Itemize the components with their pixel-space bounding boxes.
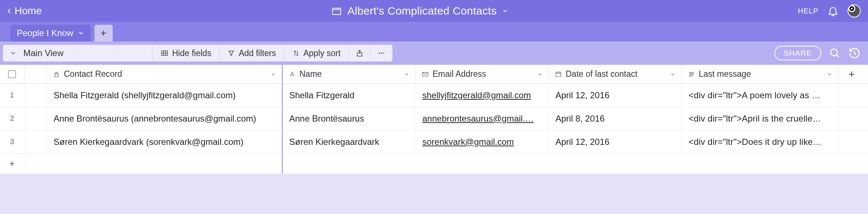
column-label: Email Address bbox=[433, 69, 486, 79]
add-table-button[interactable]: + bbox=[94, 25, 113, 41]
apply-sort-label: Apply sort bbox=[303, 48, 341, 58]
cell-date[interactable]: April 8, 2016 bbox=[549, 107, 682, 130]
cell-message[interactable]: <div dir="ltr">April is the cruelle… bbox=[682, 107, 839, 130]
top-navbar: ‹ Home Albert's Complicated Contacts HEL… bbox=[0, 0, 868, 22]
sort-icon bbox=[292, 49, 300, 57]
envelope-icon bbox=[422, 71, 429, 78]
row-number[interactable]: 2 bbox=[0, 107, 24, 130]
chevron-down-icon bbox=[270, 71, 276, 77]
table-tab-bar: People I Know + bbox=[0, 22, 868, 41]
row-number[interactable]: 3 bbox=[0, 130, 24, 153]
chevron-down-icon bbox=[827, 71, 833, 77]
add-row-button[interactable]: + bbox=[0, 158, 24, 169]
select-all-cell[interactable] bbox=[0, 65, 24, 83]
table-row: 1 Shella Fitzgerald (shellyjfitzgerald@g… bbox=[0, 84, 868, 107]
chevron-down-icon bbox=[502, 8, 508, 14]
cell-contact-record[interactable]: Anne Brontësaurus (annebrontesaurus@gmai… bbox=[47, 107, 283, 130]
cell-contact-record[interactable]: Shella Fitzgerald (shellyjfitzgerald@gma… bbox=[47, 84, 283, 107]
add-column-button[interactable]: + bbox=[839, 65, 864, 83]
ellipsis-icon bbox=[377, 49, 386, 58]
cell-name[interactable]: Søren Kierkegaardvark bbox=[283, 130, 416, 153]
svg-point-4 bbox=[381, 52, 382, 54]
cell-contact-record[interactable]: Søren Kierkegaardvark (sorenkvark@gmail.… bbox=[47, 130, 283, 153]
column-date[interactable]: Date of last contact bbox=[549, 65, 682, 83]
column-label: Name bbox=[299, 69, 322, 79]
cell-email[interactable]: shellyjfitzgerald@gmail.com bbox=[416, 84, 549, 107]
chevron-down-icon bbox=[404, 71, 410, 77]
apply-sort-button[interactable]: Apply sort bbox=[284, 45, 349, 62]
chevron-down-icon bbox=[537, 71, 543, 77]
table-row: 2 Anne Brontësaurus (annebrontesaurus@gm… bbox=[0, 107, 868, 130]
base-name: Albert's Complicated Contacts bbox=[347, 5, 497, 17]
svg-rect-9 bbox=[556, 72, 561, 77]
home-label: Home bbox=[15, 5, 42, 17]
column-label: Date of last contact bbox=[566, 69, 638, 79]
base-switcher[interactable]: Albert's Complicated Contacts bbox=[331, 5, 508, 17]
text-icon bbox=[288, 71, 296, 78]
column-name[interactable]: Name bbox=[283, 65, 416, 83]
more-options-button[interactable] bbox=[371, 45, 392, 62]
chevron-down-icon bbox=[670, 71, 676, 77]
tab-people-i-know[interactable]: People I Know bbox=[10, 25, 91, 41]
column-label: Contact Record bbox=[64, 69, 122, 79]
lock-icon bbox=[53, 71, 60, 78]
add-row[interactable]: + bbox=[0, 154, 868, 174]
top-right-controls: HELP bbox=[798, 4, 861, 17]
svg-point-3 bbox=[379, 52, 380, 54]
chevron-down-icon bbox=[9, 49, 17, 57]
expand-col-header bbox=[24, 65, 47, 83]
data-grid: Contact Record Name Email Address bbox=[0, 65, 868, 174]
view-toolbar: Main View Hide fields Add filters Apply … bbox=[0, 41, 868, 65]
folder-icon bbox=[331, 5, 342, 16]
hide-fields-button[interactable]: Hide fields bbox=[152, 45, 220, 62]
cell-message[interactable]: <div dir="ltr">Does it dry up like… bbox=[682, 130, 839, 153]
column-last-message[interactable]: Last message bbox=[682, 65, 839, 83]
svg-rect-0 bbox=[333, 8, 341, 15]
share-button[interactable]: SHARE bbox=[774, 46, 821, 60]
select-all-checkbox[interactable] bbox=[8, 70, 16, 78]
view-switcher[interactable]: Main View bbox=[3, 45, 152, 62]
chevron-down-icon bbox=[78, 30, 84, 36]
cell-message[interactable]: <div dir="ltr">A poem lovely as … bbox=[682, 84, 839, 107]
add-filters-label: Add filters bbox=[239, 48, 276, 58]
add-filters-button[interactable]: Add filters bbox=[220, 45, 284, 62]
svg-point-5 bbox=[383, 52, 384, 54]
avatar[interactable] bbox=[848, 4, 861, 17]
grid-icon bbox=[160, 49, 168, 57]
toolbar-right: SHARE bbox=[774, 46, 861, 60]
share-up-icon bbox=[356, 49, 364, 57]
search-icon[interactable] bbox=[829, 47, 841, 59]
column-email[interactable]: Email Address bbox=[416, 65, 549, 83]
cell-name[interactable]: Anne Brontësaurus bbox=[283, 107, 416, 130]
row-number[interactable]: 1 bbox=[0, 84, 24, 107]
home-link[interactable]: ‹ Home bbox=[7, 5, 42, 17]
share-view-button[interactable] bbox=[349, 45, 371, 62]
history-icon[interactable] bbox=[848, 47, 861, 59]
table-row: 3 Søren Kierkegaardvark (sorenkvark@gmai… bbox=[0, 130, 868, 154]
cell-email[interactable]: annebrontesaurus@gmail.… bbox=[416, 107, 549, 130]
view-name-label: Main View bbox=[23, 48, 63, 58]
calendar-icon bbox=[555, 71, 562, 78]
expand-cell[interactable] bbox=[24, 130, 47, 153]
tab-label: People I Know bbox=[17, 28, 73, 38]
hide-fields-label: Hide fields bbox=[172, 48, 211, 58]
cell-date[interactable]: April 12, 2016 bbox=[549, 130, 682, 153]
cell-name[interactable]: Shella Fitzgerald bbox=[283, 84, 416, 107]
column-label: Last message bbox=[699, 69, 751, 79]
expand-cell[interactable] bbox=[24, 84, 47, 107]
cell-email[interactable]: sorenkvark@gmail.com bbox=[416, 130, 549, 153]
header-row: Contact Record Name Email Address bbox=[0, 65, 868, 84]
filter-icon bbox=[228, 49, 235, 57]
below-grid-area bbox=[0, 174, 868, 214]
longtext-icon bbox=[688, 71, 695, 78]
add-row-spacer bbox=[24, 154, 283, 174]
bell-icon[interactable] bbox=[827, 5, 839, 17]
expand-cell[interactable] bbox=[24, 107, 47, 130]
back-chevron-icon: ‹ bbox=[7, 5, 11, 16]
cell-date[interactable]: April 12, 2016 bbox=[549, 84, 682, 107]
svg-rect-7 bbox=[55, 74, 58, 77]
toolbar-left: Main View Hide fields Add filters Apply … bbox=[3, 45, 392, 62]
column-contact-record[interactable]: Contact Record bbox=[47, 65, 283, 83]
help-link[interactable]: HELP bbox=[798, 7, 818, 15]
